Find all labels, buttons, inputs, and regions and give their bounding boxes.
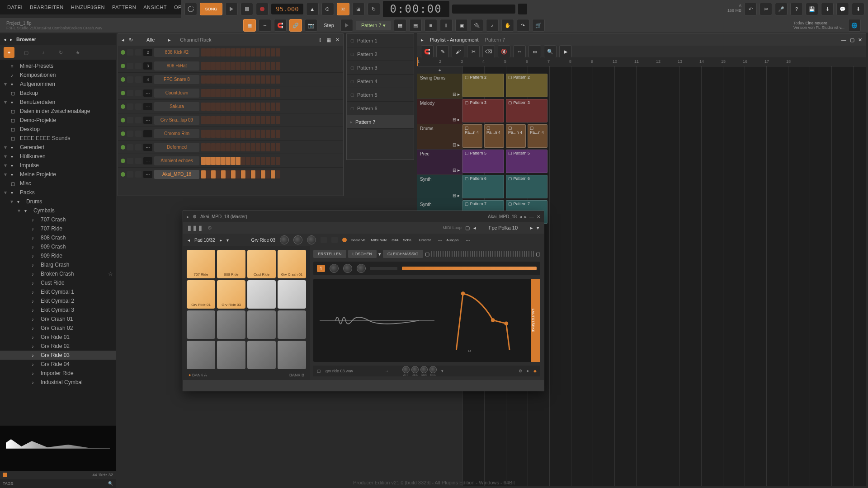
link-icon[interactable]: 🔗 <box>289 19 302 32</box>
step-cell[interactable] <box>226 48 231 56</box>
step-cell[interactable] <box>271 157 275 165</box>
step-cell[interactable] <box>236 89 241 97</box>
step-cell[interactable] <box>231 116 236 124</box>
channel-solo[interactable] <box>135 158 142 164</box>
step-cell[interactable] <box>211 170 216 178</box>
playlist-clip[interactable]: ▢ Pattern 5 <box>462 150 504 173</box>
view-piano-icon[interactable]: → <box>259 19 271 32</box>
channel-slot[interactable]: --- <box>143 117 152 124</box>
scale-led[interactable] <box>342 238 347 242</box>
env-knob-dec[interactable] <box>411 366 419 373</box>
step-cell[interactable] <box>241 116 245 124</box>
step-cell[interactable] <box>261 143 265 151</box>
fpc-pad[interactable]: Grv Ride 03 <box>217 280 245 309</box>
browser-tree[interactable]: ≡Mixer-Presets♪Kompositionen▾▾Aufgenomme… <box>0 60 116 426</box>
step-cell[interactable] <box>221 48 226 56</box>
step-cell[interactable] <box>231 143 236 151</box>
step-cell[interactable] <box>226 75 231 84</box>
tree-item[interactable]: ▢Daten in der Zwischenablage <box>0 107 116 116</box>
step-cell[interactable] <box>216 170 221 178</box>
fpc-pad[interactable] <box>187 341 215 369</box>
pattern-item[interactable]: ▢Pattern 1 <box>347 34 414 47</box>
pl-icon[interactable]: ▦ <box>394 19 406 32</box>
tree-item[interactable]: ♪808 Crash <box>0 233 116 242</box>
step-cell[interactable] <box>236 116 241 124</box>
playlist-clip[interactable]: ▢ Pattern 6 <box>506 175 547 198</box>
step-cell[interactable] <box>211 130 216 138</box>
stop-button[interactable] <box>241 3 253 15</box>
cr-filter[interactable]: Alle <box>137 37 164 42</box>
tree-item[interactable]: ♪Grv Ride 04 <box>0 360 116 369</box>
vol-knob[interactable] <box>293 235 302 244</box>
layer-range-low[interactable] <box>370 267 397 270</box>
layer-pan-knob[interactable] <box>330 264 339 273</box>
track-header[interactable]: Prec⊟ ▸ <box>417 150 462 175</box>
cr-fwd-icon[interactable]: ↻ <box>129 37 133 43</box>
tree-item[interactable]: ▾▾Hüllkurven <box>0 152 116 161</box>
pattern-item[interactable]: ▢Pattern 6 <box>347 102 414 115</box>
step-cell[interactable] <box>276 75 280 84</box>
fpc-pad[interactable] <box>278 280 306 309</box>
channel-led[interactable] <box>121 91 125 95</box>
tree-item[interactable]: ♪909 Ride <box>0 251 116 260</box>
help-icon[interactable]: ? <box>790 3 803 15</box>
tempo-display[interactable]: 95.000 <box>271 4 303 14</box>
playlist-ruler[interactable]: 123456789101112131415161718 <box>417 57 866 66</box>
channel-slot[interactable]: --- <box>143 171 152 178</box>
channel-slot[interactable]: 3 <box>143 62 152 70</box>
step-cell[interactable] <box>251 157 255 165</box>
pl-select-icon[interactable]: ▭ <box>528 45 541 58</box>
pl-play-icon[interactable]: ▶ <box>559 45 572 58</box>
tree-item[interactable]: ♪Grv Ride 01 <box>0 333 116 342</box>
step-cell[interactable] <box>221 170 226 178</box>
step-cell[interactable] <box>251 75 255 84</box>
step-cell[interactable] <box>246 103 250 111</box>
tree-item[interactable]: ▾▾Impulse <box>0 161 116 170</box>
channel-solo[interactable] <box>135 131 142 137</box>
fx1-icon[interactable]: ⚙ <box>519 369 522 373</box>
channel-slot[interactable]: --- <box>143 89 152 97</box>
step-cell[interactable] <box>216 116 221 124</box>
step-cell[interactable] <box>276 116 280 124</box>
step-cell[interactable] <box>226 170 231 178</box>
step-cell[interactable] <box>201 170 206 178</box>
render-icon[interactable]: ⬇ <box>821 3 834 15</box>
channel-name[interactable]: Sakura <box>154 102 199 111</box>
fpc-prev-icon[interactable]: ◂ <box>519 214 522 219</box>
layer-row[interactable]: 1 <box>313 262 540 275</box>
tree-item[interactable]: ♪Kompositionen <box>0 70 116 80</box>
step-cell[interactable] <box>231 75 236 84</box>
playlist-clip[interactable]: ▢ Pattern 2 <box>506 74 547 97</box>
cr-graph-icon[interactable]: ⫿ <box>319 37 322 42</box>
step-cell[interactable] <box>216 62 221 70</box>
channel-name[interactable]: Countdown <box>154 89 199 98</box>
step-cell[interactable] <box>236 170 241 178</box>
touch-icon[interactable]: ✋ <box>501 19 514 32</box>
volume-tab[interactable]: LAUTSTÄRKE <box>531 279 540 362</box>
tempo-icon[interactable]: ♪ <box>486 19 499 32</box>
step-cell[interactable] <box>261 48 265 56</box>
fpc-close-icon[interactable]: ✕ <box>537 214 540 219</box>
refresh-browser-icon[interactable]: ↻ <box>55 47 66 58</box>
channel-solo[interactable] <box>135 117 142 123</box>
step-cell[interactable] <box>261 62 265 70</box>
tree-item[interactable]: ♪Blarg Crash <box>0 260 116 269</box>
step-cell[interactable] <box>201 75 206 84</box>
mic-icon[interactable]: 🎤 <box>775 3 788 15</box>
view-playlist-button[interactable]: ▦ <box>243 19 256 32</box>
step-cell[interactable] <box>261 170 265 178</box>
step-cell[interactable] <box>206 103 211 111</box>
step-cell[interactable] <box>211 89 216 97</box>
tree-item[interactable]: ≡Mixer-Presets <box>0 61 116 70</box>
velocity-ruler[interactable] <box>431 251 534 257</box>
step-cell[interactable] <box>201 103 206 111</box>
channel-mute[interactable] <box>127 171 133 178</box>
track-header[interactable]: Melody⊟ ▸ <box>417 99 462 124</box>
step-cell[interactable] <box>261 130 265 138</box>
step-cell[interactable] <box>256 103 260 111</box>
step-cell[interactable] <box>271 75 275 84</box>
collapse-icon[interactable]: ◂ <box>4 37 6 42</box>
step-cell[interactable] <box>241 157 245 165</box>
pl-zoom-icon[interactable]: 🔍 <box>544 45 557 58</box>
pad-next-icon[interactable]: ▸ <box>220 238 222 243</box>
